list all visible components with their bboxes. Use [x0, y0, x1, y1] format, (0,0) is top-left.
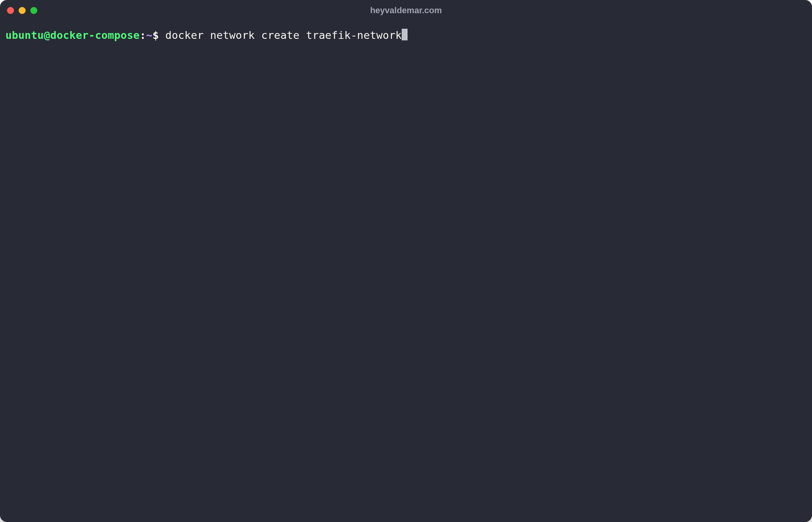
close-icon[interactable] [7, 7, 14, 14]
maximize-icon[interactable] [30, 7, 37, 14]
traffic-lights [7, 7, 37, 14]
command-text: docker network create traefik-network [165, 29, 402, 41]
cursor-icon [402, 29, 408, 40]
prompt-user-host: ubuntu@docker-compose [5, 29, 140, 41]
prompt-separator: : [140, 29, 146, 41]
titlebar: heyvaldemar.com [0, 0, 812, 21]
prompt-symbol: $ [153, 29, 159, 41]
terminal-window: heyvaldemar.com ubuntu@docker-compose:~$… [0, 0, 812, 522]
prompt-path: ~ [146, 29, 152, 41]
minimize-icon[interactable] [19, 7, 26, 14]
terminal-body[interactable]: ubuntu@docker-compose:~$ docker network … [0, 21, 812, 522]
window-title: heyvaldemar.com [370, 5, 442, 16]
